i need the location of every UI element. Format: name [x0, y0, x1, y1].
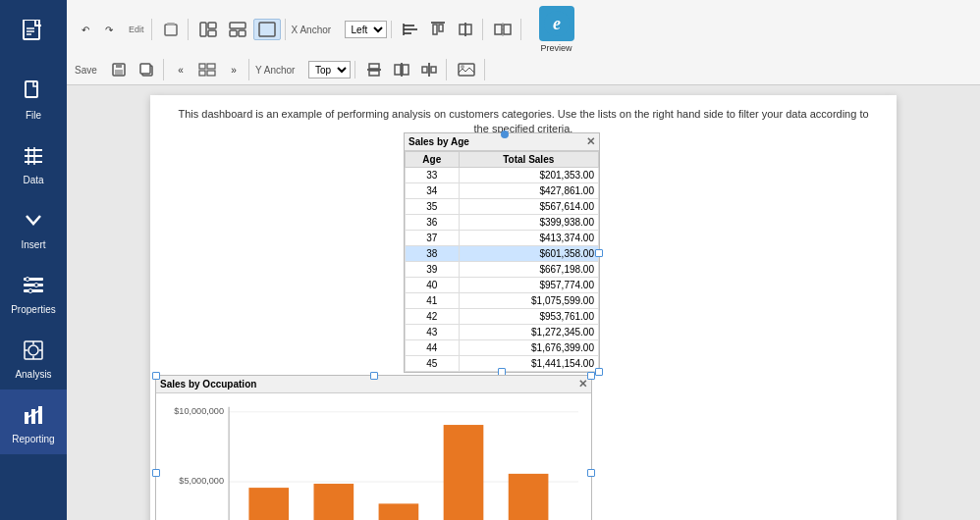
preview-button[interactable]: e Preview — [531, 4, 582, 55]
align-left-btn[interactable] — [398, 19, 423, 40]
svg-rect-30 — [208, 30, 216, 36]
paste-section — [154, 19, 189, 40]
sales-cell: $667,198.00 — [459, 262, 599, 278]
svg-rect-59 — [369, 64, 379, 69]
align-section — [394, 19, 483, 40]
anchor-section-1: X Anchor Left — [288, 21, 392, 38]
svg-rect-44 — [495, 25, 502, 34]
align-v-btn[interactable] — [389, 59, 414, 80]
sidebar-item-properties[interactable]: Properties — [0, 260, 67, 325]
age-cell: 40 — [406, 278, 460, 293]
sales-cell: $953,761.00 — [459, 309, 599, 325]
align-h-btn[interactable] — [361, 59, 387, 80]
age-cell: 37 — [406, 231, 460, 246]
layout-grid-btn[interactable] — [193, 59, 221, 80]
table-row: 33$201,353.00 — [406, 168, 599, 183]
svg-point-17 — [28, 345, 38, 355]
canvas-area: This dashboard is an example of performi… — [67, 85, 980, 520]
image-button[interactable] — [453, 59, 480, 80]
close-occ-widget[interactable]: ✕ — [578, 378, 587, 390]
table-row: 39$667,198.00 — [406, 262, 599, 278]
save-disk-button[interactable] — [106, 59, 132, 80]
age-cell: 36 — [406, 215, 460, 231]
chart-handle-top[interactable] — [370, 372, 378, 380]
sidebar-page-icon[interactable] — [0, 10, 67, 66]
sales-cell: $399,938.00 — [459, 215, 599, 231]
chart-handle-left[interactable] — [152, 469, 160, 477]
sales-cell: $427,861.00 — [459, 183, 599, 199]
table-row: 38$601,358.00 — [406, 246, 599, 262]
layout-btn-2[interactable] — [224, 19, 251, 40]
resize-btn[interactable] — [489, 19, 517, 40]
align-distribute-btn[interactable] — [416, 59, 442, 80]
age-cell: 43 — [406, 325, 460, 340]
sidebar-file-label: File — [26, 110, 41, 121]
age-cell: 39 — [406, 262, 460, 278]
svg-rect-34 — [259, 23, 275, 36]
resize-handle-corner[interactable] — [595, 368, 603, 376]
sales-cell: $1,272,345.00 — [459, 325, 599, 340]
chart-handle-tl[interactable] — [152, 372, 160, 380]
sales-cell: $567,614.00 — [459, 199, 599, 215]
table-row: 35$567,614.00 — [406, 199, 599, 215]
main-area: ↶ ↷ Edit — [67, 0, 980, 520]
svg-rect-33 — [239, 30, 245, 36]
layout-btn-1[interactable] — [194, 19, 222, 40]
y-anchor-label: Y Anchor — [255, 65, 306, 76]
table-row: 42$953,761.00 — [406, 309, 599, 325]
svg-rect-56 — [199, 71, 205, 76]
age-cell: 41 — [406, 293, 460, 309]
resize-handle-right[interactable] — [595, 249, 603, 257]
bar-professional — [444, 425, 484, 520]
chart-handle-right[interactable] — [587, 469, 595, 477]
svg-rect-63 — [403, 65, 408, 75]
sidebar-item-data[interactable]: Data — [0, 130, 67, 195]
svg-rect-23 — [31, 409, 35, 424]
svg-rect-53 — [140, 64, 150, 74]
svg-rect-24 — [38, 406, 42, 424]
svg-rect-60 — [369, 71, 379, 76]
align-top-btn[interactable] — [425, 19, 451, 40]
x-anchor-select[interactable]: Left — [345, 21, 387, 38]
close-age-widget[interactable]: ✕ — [586, 135, 595, 148]
y-anchor-select[interactable]: Top — [308, 61, 351, 78]
align-center-btn[interactable] — [453, 19, 478, 40]
chart-container: $10,000,000 $5,000,000 $0 Clerical — [156, 393, 591, 520]
copy-button[interactable] — [134, 59, 159, 80]
export-section: e Preview — [523, 4, 590, 55]
redo-button[interactable]: ↷ — [98, 19, 120, 40]
prev-btn[interactable]: « — [170, 59, 191, 80]
svg-rect-27 — [167, 23, 175, 26]
sales-cell: $1,441,154.00 — [459, 356, 599, 372]
resize-section — [485, 19, 521, 40]
sidebar-item-file[interactable]: File — [0, 66, 67, 130]
age-cell: 42 — [406, 309, 460, 325]
svg-rect-40 — [433, 25, 437, 34]
sales-by-age-table: Age Total Sales 33$201,353.0034$427,861.… — [405, 151, 599, 372]
save-label: Save — [75, 65, 104, 76]
anchor-section-2: Y Anchor Top — [251, 61, 355, 78]
svg-rect-51 — [116, 64, 122, 68]
age-col-header: Age — [406, 152, 460, 168]
bar-clerical — [248, 488, 289, 520]
save-section: Save — [71, 59, 164, 80]
svg-rect-41 — [439, 25, 443, 31]
next-btn[interactable]: » — [223, 59, 245, 80]
chart-handle-tr[interactable] — [587, 372, 595, 380]
table-row: 41$1,075,599.00 — [406, 293, 599, 309]
selection-handle-top[interactable] — [501, 130, 509, 138]
sidebar-item-reporting[interactable]: Reporting — [0, 390, 67, 454]
undo-button[interactable]: ↶ — [75, 19, 96, 40]
canvas-page: This dashboard is an example of performi… — [150, 95, 897, 520]
bar-chart-svg: $10,000,000 $5,000,000 $0 Clerical — [164, 401, 583, 520]
age-cell: 45 — [406, 356, 460, 372]
paste-button[interactable] — [158, 19, 184, 40]
layout-btn-3[interactable] — [253, 19, 281, 40]
svg-rect-66 — [431, 67, 436, 73]
svg-rect-57 — [207, 71, 215, 76]
sidebar-item-analysis[interactable]: Analysis — [0, 325, 67, 390]
reporting-icon — [18, 399, 49, 431]
table-row: 44$1,676,399.00 — [406, 340, 599, 356]
sidebar-item-insert[interactable]: Insert — [0, 195, 67, 260]
ie-icon: e — [539, 6, 574, 41]
